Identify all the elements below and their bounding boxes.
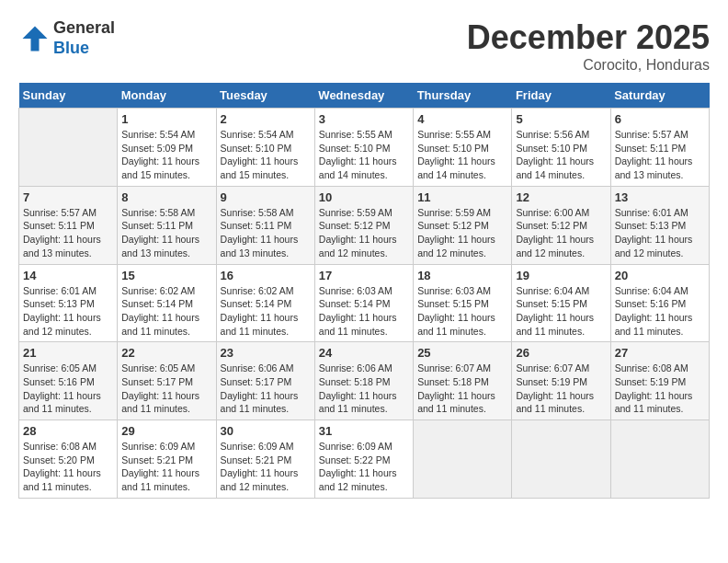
calendar-cell: 30Sunrise: 6:09 AMSunset: 5:21 PMDayligh… — [216, 420, 314, 499]
calendar-cell: 8Sunrise: 5:58 AMSunset: 5:11 PMDaylight… — [118, 186, 216, 264]
day-number: 21 — [23, 346, 113, 360]
calendar-cell: 19Sunrise: 6:04 AMSunset: 5:15 PMDayligh… — [512, 264, 610, 342]
title-block: December 2025 Corocito, Honduras — [467, 18, 710, 74]
day-number: 3 — [319, 112, 409, 126]
calendar-cell: 9Sunrise: 5:58 AMSunset: 5:11 PMDaylight… — [216, 186, 314, 264]
day-number: 18 — [417, 269, 507, 282]
day-info: Sunrise: 5:59 AMSunset: 5:12 PMDaylight:… — [417, 206, 507, 260]
day-number: 17 — [319, 269, 409, 282]
day-number: 31 — [319, 424, 409, 438]
weekday-header-monday: Monday — [118, 83, 216, 109]
week-row-5: 28Sunrise: 6:08 AMSunset: 5:20 PMDayligh… — [19, 420, 710, 499]
day-info: Sunrise: 6:01 AMSunset: 5:13 PMDaylight:… — [23, 284, 113, 339]
calendar-cell: 26Sunrise: 6:07 AMSunset: 5:19 PMDayligh… — [512, 342, 610, 420]
calendar-cell: 22Sunrise: 6:05 AMSunset: 5:17 PMDayligh… — [118, 342, 216, 420]
day-number: 23 — [221, 346, 311, 360]
day-number: 9 — [221, 190, 311, 204]
day-number: 19 — [516, 269, 606, 282]
day-info: Sunrise: 6:06 AMSunset: 5:18 PMDaylight:… — [319, 362, 409, 416]
day-info: Sunrise: 5:58 AMSunset: 5:11 PMDaylight:… — [221, 206, 311, 260]
day-info: Sunrise: 6:04 AMSunset: 5:15 PMDaylight:… — [516, 284, 606, 339]
day-info: Sunrise: 5:57 AMSunset: 5:11 PMDaylight:… — [23, 206, 113, 260]
calendar-cell — [512, 420, 610, 499]
day-info: Sunrise: 5:55 AMSunset: 5:10 PMDaylight:… — [319, 128, 409, 182]
day-info: Sunrise: 6:07 AMSunset: 5:18 PMDaylight:… — [417, 362, 507, 416]
calendar-cell: 29Sunrise: 6:09 AMSunset: 5:21 PMDayligh… — [118, 420, 216, 499]
day-info: Sunrise: 6:00 AMSunset: 5:12 PMDaylight:… — [516, 206, 606, 260]
month-title: December 2025 — [467, 18, 710, 57]
day-number: 30 — [221, 424, 311, 438]
day-info: Sunrise: 6:07 AMSunset: 5:19 PMDaylight:… — [516, 362, 606, 416]
day-info: Sunrise: 6:08 AMSunset: 5:20 PMDaylight:… — [23, 440, 113, 494]
calendar-cell: 20Sunrise: 6:04 AMSunset: 5:16 PMDayligh… — [610, 264, 709, 342]
weekday-header-tuesday: Tuesday — [216, 83, 314, 109]
logo-blue: Blue — [53, 39, 115, 59]
calendar-cell: 3Sunrise: 5:55 AMSunset: 5:10 PMDaylight… — [314, 109, 413, 187]
calendar-cell: 28Sunrise: 6:08 AMSunset: 5:20 PMDayligh… — [19, 420, 118, 499]
day-number: 7 — [23, 190, 113, 204]
calendar-cell: 11Sunrise: 5:59 AMSunset: 5:12 PMDayligh… — [414, 186, 512, 264]
weekday-header-friday: Friday — [512, 83, 610, 109]
day-info: Sunrise: 5:54 AMSunset: 5:10 PMDaylight:… — [221, 128, 311, 182]
location: Corocito, Honduras — [467, 57, 710, 74]
svg-marker-0 — [23, 26, 48, 51]
day-info: Sunrise: 6:05 AMSunset: 5:17 PMDaylight:… — [121, 362, 211, 416]
day-info: Sunrise: 6:04 AMSunset: 5:16 PMDaylight:… — [615, 284, 705, 339]
day-info: Sunrise: 6:02 AMSunset: 5:14 PMDaylight:… — [121, 284, 211, 339]
calendar-cell — [19, 109, 118, 187]
calendar-cell: 17Sunrise: 6:03 AMSunset: 5:14 PMDayligh… — [314, 264, 413, 342]
calendar-cell: 14Sunrise: 6:01 AMSunset: 5:13 PMDayligh… — [19, 264, 118, 342]
day-info: Sunrise: 6:06 AMSunset: 5:17 PMDaylight:… — [221, 362, 311, 416]
week-row-3: 14Sunrise: 6:01 AMSunset: 5:13 PMDayligh… — [19, 264, 710, 342]
day-number: 6 — [615, 112, 705, 126]
day-info: Sunrise: 5:54 AMSunset: 5:09 PMDaylight:… — [121, 128, 211, 182]
day-number: 2 — [221, 112, 311, 126]
logo-text: General Blue — [53, 18, 115, 58]
calendar-cell: 1Sunrise: 5:54 AMSunset: 5:09 PMDaylight… — [118, 109, 216, 187]
calendar-table: SundayMondayTuesdayWednesdayThursdayFrid… — [18, 83, 710, 499]
day-info: Sunrise: 6:01 AMSunset: 5:13 PMDaylight:… — [615, 206, 705, 260]
day-number: 8 — [121, 190, 211, 204]
calendar-cell: 6Sunrise: 5:57 AMSunset: 5:11 PMDaylight… — [610, 109, 709, 187]
weekday-header-saturday: Saturday — [610, 83, 709, 109]
calendar-cell: 2Sunrise: 5:54 AMSunset: 5:10 PMDaylight… — [216, 109, 314, 187]
calendar-cell: 27Sunrise: 6:08 AMSunset: 5:19 PMDayligh… — [610, 342, 709, 420]
day-number: 20 — [615, 269, 705, 282]
calendar-cell: 24Sunrise: 6:06 AMSunset: 5:18 PMDayligh… — [314, 342, 413, 420]
logo-general: General — [53, 18, 115, 39]
calendar-cell: 23Sunrise: 6:06 AMSunset: 5:17 PMDayligh… — [216, 342, 314, 420]
weekday-header-thursday: Thursday — [414, 83, 512, 109]
calendar-cell: 31Sunrise: 6:09 AMSunset: 5:22 PMDayligh… — [314, 420, 413, 499]
calendar-cell: 12Sunrise: 6:00 AMSunset: 5:12 PMDayligh… — [512, 186, 610, 264]
day-number: 28 — [23, 424, 113, 438]
weekday-header-row: SundayMondayTuesdayWednesdayThursdayFrid… — [19, 83, 710, 109]
day-number: 26 — [516, 346, 606, 360]
day-info: Sunrise: 6:03 AMSunset: 5:14 PMDaylight:… — [319, 284, 409, 339]
day-number: 29 — [121, 424, 211, 438]
calendar-cell: 10Sunrise: 5:59 AMSunset: 5:12 PMDayligh… — [314, 186, 413, 264]
calendar-cell: 15Sunrise: 6:02 AMSunset: 5:14 PMDayligh… — [118, 264, 216, 342]
day-number: 5 — [516, 112, 606, 126]
day-info: Sunrise: 6:05 AMSunset: 5:16 PMDaylight:… — [23, 362, 113, 416]
calendar-cell: 16Sunrise: 6:02 AMSunset: 5:14 PMDayligh… — [216, 264, 314, 342]
day-number: 16 — [221, 269, 311, 282]
page-header: General Blue December 2025 Corocito, Hon… — [18, 18, 710, 74]
calendar-cell — [610, 420, 709, 499]
day-number: 15 — [121, 269, 211, 282]
day-info: Sunrise: 6:09 AMSunset: 5:22 PMDaylight:… — [319, 440, 409, 494]
day-number: 14 — [23, 269, 113, 282]
day-info: Sunrise: 5:57 AMSunset: 5:11 PMDaylight:… — [615, 128, 705, 182]
calendar-cell: 13Sunrise: 6:01 AMSunset: 5:13 PMDayligh… — [610, 186, 709, 264]
calendar-cell — [414, 420, 512, 499]
calendar-cell: 5Sunrise: 5:56 AMSunset: 5:10 PMDaylight… — [512, 109, 610, 187]
day-info: Sunrise: 6:09 AMSunset: 5:21 PMDaylight:… — [121, 440, 211, 494]
weekday-header-sunday: Sunday — [19, 83, 118, 109]
logo-icon — [18, 22, 51, 55]
week-row-2: 7Sunrise: 5:57 AMSunset: 5:11 PMDaylight… — [19, 186, 710, 264]
week-row-4: 21Sunrise: 6:05 AMSunset: 5:16 PMDayligh… — [19, 342, 710, 420]
day-info: Sunrise: 5:59 AMSunset: 5:12 PMDaylight:… — [319, 206, 409, 260]
day-number: 13 — [615, 190, 705, 204]
week-row-1: 1Sunrise: 5:54 AMSunset: 5:09 PMDaylight… — [19, 109, 710, 187]
day-number: 12 — [516, 190, 606, 204]
day-number: 27 — [615, 346, 705, 360]
